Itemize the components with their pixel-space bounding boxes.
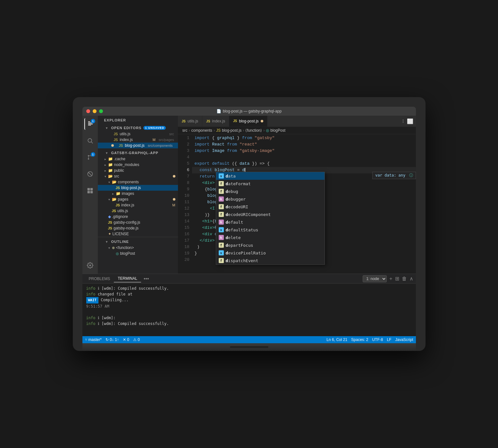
tab-index[interactable]: JS index.js	[202, 116, 229, 127]
ac-item-devicepixelratio[interactable]: v devicePixelRatio	[216, 249, 325, 257]
git-branch-status[interactable]: ⑂ master*	[85, 337, 102, 342]
gatsby-config-file[interactable]: JS gatsby-config.js	[98, 220, 178, 225]
ac-item-default[interactable]: k default	[216, 218, 325, 226]
kw-type-icon: k	[219, 235, 224, 240]
js-file-icon: JS	[116, 203, 120, 207]
settings-activity-icon[interactable]	[84, 260, 96, 271]
ac-item-dateformat[interactable]: f dateFormat	[216, 180, 325, 187]
activity-bar-bottom	[84, 260, 96, 271]
debug-activity-icon[interactable]	[84, 168, 96, 180]
branch-icon: ⑂	[85, 337, 87, 342]
open-editor-utils[interactable]: JS utils.js M src	[98, 131, 178, 137]
language-status[interactable]: JavaScript	[395, 337, 413, 342]
utils-file[interactable]: JS utils.js	[98, 208, 178, 214]
warnings-status[interactable]: ⚠ 0	[133, 337, 140, 342]
svg-rect-3	[88, 125, 91, 126]
tab-utils[interactable]: JS utils.js	[178, 116, 203, 127]
blog-post-file[interactable]: JS blog-post.js	[98, 185, 178, 191]
outline-section: OUTLINE ⊕ <function> ◎ blogPost	[98, 237, 178, 256]
license-file[interactable]: ✦ LICENSE	[98, 231, 178, 237]
ac-item-delete[interactable]: k delete	[216, 234, 325, 241]
maximize-button[interactable]	[99, 109, 103, 113]
term-line-4: 9:51:57 AM	[86, 303, 412, 309]
term-line-5	[86, 309, 412, 315]
spaces-status[interactable]: Spaces: 2	[351, 337, 368, 342]
add-terminal-icon[interactable]: +	[389, 276, 392, 282]
tab-terminal[interactable]: TERMINAL	[114, 275, 141, 282]
ac-item-defaultstatus[interactable]: v defaultStatus	[216, 226, 325, 234]
errors-status[interactable]: ✕ 0	[123, 337, 129, 342]
gatsby-node-file[interactable]: JS gatsby-node.js	[98, 225, 178, 231]
outline-function[interactable]: ⊕ <function>	[98, 245, 178, 251]
svg-rect-13	[87, 191, 90, 194]
open-editor-blog-post[interactable]: JS blog-post.js src/components	[98, 143, 178, 148]
ac-item-debug[interactable]: f debug	[216, 187, 325, 195]
outline-blogpost[interactable]: ◎ blogPost	[98, 251, 178, 256]
status-bar-right: Ln 6, Col 21 Spaces: 2 UTF-8 LF JavaScri…	[326, 337, 413, 342]
public-folder[interactable]: 📁 public	[98, 168, 178, 173]
info-icon[interactable]: ⓘ	[409, 173, 413, 178]
explorer-activity-icon[interactable]: 1	[84, 118, 96, 130]
open-editors-arrow	[104, 126, 109, 130]
terminal-content[interactable]: info ℹ [wdm]: Compiled successfully. inf…	[82, 284, 416, 336]
ac-item-debugger[interactable]: k debugger	[216, 195, 325, 203]
search-activity-icon[interactable]	[84, 135, 96, 146]
src-folder[interactable]: 📂 src	[98, 173, 178, 179]
window-title: 📄 blog-post.js — gatsby-graphql-app	[216, 109, 282, 113]
ac-item-decodeuricomponent[interactable]: f decodeURIComponent	[216, 211, 325, 218]
open-editor-index[interactable]: JS index.js M src/pages	[98, 137, 178, 143]
code-line-2: import React from "react"	[192, 141, 416, 148]
terminal-shell-select[interactable]: 1: node	[363, 275, 387, 282]
cursor-position[interactable]: Ln 6, Col 21	[326, 337, 347, 342]
source-control-activity-icon[interactable]: 1	[84, 152, 96, 163]
extensions-activity-icon[interactable]	[84, 185, 96, 196]
ref-icon: ◎	[116, 252, 119, 256]
close-button[interactable]	[86, 109, 90, 113]
js-file-icon: JS	[108, 220, 112, 224]
function-icon: ⊕	[112, 246, 115, 250]
split-terminal-icon[interactable]: ⊞	[395, 276, 399, 282]
folder-icon: 📁	[108, 157, 113, 161]
explorer-badge: 1	[91, 119, 95, 123]
images-folder[interactable]: 📁 images	[98, 191, 178, 196]
gitignore-file[interactable]: ◆ .gitignore	[98, 214, 178, 220]
encoding-status[interactable]: UTF-8	[372, 337, 383, 342]
cache-folder[interactable]: 📁 .cache	[98, 156, 178, 162]
tab-blog-post[interactable]: JS blog-post.js	[229, 116, 267, 127]
index-file[interactable]: JS index.js M	[98, 202, 178, 208]
ac-item-decodeuri[interactable]: f decodeURI	[216, 203, 325, 211]
term-line-1: info ℹ [wdm]: Compiled successfully.	[86, 286, 412, 291]
folder-arrow	[111, 192, 116, 195]
explorer-title[interactable]: EXPLORER	[98, 116, 178, 123]
node-modules-folder[interactable]: 📁 node_modules	[98, 162, 178, 168]
pages-folder[interactable]: 📂 pages	[98, 196, 178, 202]
tab-more[interactable]: •••	[141, 275, 152, 283]
editor-area: JS utils.js JS index.js JS blog-post.js	[178, 116, 416, 274]
sync-status[interactable]: ↻ 0↓ 1↑	[106, 337, 119, 342]
delete-terminal-icon[interactable]: 🗑	[402, 276, 407, 282]
project-arrow	[104, 151, 109, 155]
line-ending-status[interactable]: LF	[387, 337, 391, 342]
tab-problems[interactable]: PROBLEMS	[85, 275, 114, 282]
project-section[interactable]: GATSBY-GRAPHQL-APP	[98, 148, 178, 156]
ac-item-data[interactable]: v data	[216, 172, 325, 180]
code-editor[interactable]: 1 2 3 4 5 6 7 8 9 10 11 12 13	[178, 134, 416, 274]
git-icon: ◆	[108, 214, 111, 219]
minimize-button[interactable]	[93, 109, 97, 113]
outline-title[interactable]: OUTLINE	[98, 237, 178, 245]
ac-item-departfocus[interactable]: f departFocus	[216, 241, 325, 249]
outline-fn-arrow	[107, 246, 112, 250]
autocomplete-dropdown[interactable]: v data f dateFormat f debug	[216, 172, 325, 265]
toggle-panel-icon[interactable]: ⬜	[407, 118, 413, 124]
components-folder[interactable]: 📂 components	[98, 179, 178, 185]
svg-point-6	[88, 155, 89, 156]
maximize-panel-icon[interactable]: ∧	[409, 276, 413, 282]
js-icon: JS	[206, 120, 210, 123]
ac-item-dispatchevent[interactable]: f dispatchEvent	[216, 257, 325, 264]
folder-icon: 📂	[108, 174, 113, 178]
open-editors-section[interactable]: OPEN EDITORS 1 UNSAVED	[98, 123, 178, 131]
vscode-main: 1 1	[82, 116, 416, 274]
split-editor-icon[interactable]: ⫶	[402, 118, 404, 124]
folder-icon: 📂	[112, 180, 117, 184]
unsaved-dot	[261, 120, 263, 122]
